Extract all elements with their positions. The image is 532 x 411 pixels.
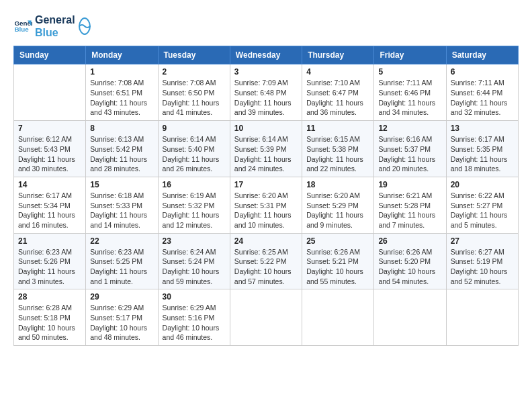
day-info: Sunrise: 6:29 AMSunset: 5:17 PMDaylight:… <box>90 303 153 342</box>
calendar-cell: 29Sunrise: 6:29 AMSunset: 5:17 PMDayligh… <box>86 289 158 346</box>
calendar-cell: 7Sunrise: 6:12 AMSunset: 5:43 PMDaylight… <box>14 121 86 177</box>
calendar-week-row: 7Sunrise: 6:12 AMSunset: 5:43 PMDaylight… <box>14 121 519 177</box>
calendar-cell: 3Sunrise: 7:09 AMSunset: 6:48 PMDaylight… <box>230 64 302 121</box>
day-number: 23 <box>163 236 226 246</box>
day-number: 16 <box>163 180 226 189</box>
calendar-cell: 25Sunrise: 6:26 AMSunset: 5:21 PMDayligh… <box>302 233 374 289</box>
calendar-cell: 15Sunrise: 6:18 AMSunset: 5:33 PMDayligh… <box>86 177 158 233</box>
day-number: 22 <box>90 236 153 246</box>
day-info: Sunrise: 6:14 AMSunset: 5:40 PMDaylight:… <box>163 134 226 174</box>
day-number: 4 <box>306 67 369 77</box>
logo-icon: General Blue <box>13 17 32 36</box>
calendar-cell <box>374 289 446 346</box>
day-info: Sunrise: 6:14 AMSunset: 5:39 PMDaylight:… <box>234 134 298 174</box>
day-info: Sunrise: 7:08 AMSunset: 6:50 PMDaylight:… <box>163 78 226 118</box>
page-header: General Blue General Blue <box>13 13 519 39</box>
calendar-week-row: 28Sunrise: 6:28 AMSunset: 5:18 PMDayligh… <box>14 289 519 346</box>
calendar-cell: 1Sunrise: 7:08 AMSunset: 6:51 PMDaylight… <box>86 64 158 121</box>
day-number: 17 <box>234 180 298 189</box>
day-info: Sunrise: 6:23 AMSunset: 5:26 PMDaylight:… <box>18 247 81 287</box>
day-number: 6 <box>451 67 514 77</box>
calendar-cell: 21Sunrise: 6:23 AMSunset: 5:26 PMDayligh… <box>14 233 86 289</box>
day-info: Sunrise: 7:08 AMSunset: 6:51 PMDaylight:… <box>90 78 153 118</box>
calendar-cell: 28Sunrise: 6:28 AMSunset: 5:18 PMDayligh… <box>14 289 86 346</box>
calendar-cell: 10Sunrise: 6:14 AMSunset: 5:39 PMDayligh… <box>230 121 302 177</box>
day-number: 28 <box>18 292 81 302</box>
day-info: Sunrise: 7:11 AMSunset: 6:46 PMDaylight:… <box>378 78 441 118</box>
logo-blue: Blue <box>35 26 75 39</box>
day-number: 10 <box>234 124 298 133</box>
day-info: Sunrise: 6:27 AMSunset: 5:19 PMDaylight:… <box>451 247 514 287</box>
day-number: 8 <box>90 124 153 133</box>
day-info: Sunrise: 6:25 AMSunset: 5:22 PMDaylight:… <box>234 247 298 287</box>
calendar-cell: 23Sunrise: 6:24 AMSunset: 5:24 PMDayligh… <box>158 233 230 289</box>
day-number: 20 <box>451 180 514 189</box>
calendar-cell: 18Sunrise: 6:20 AMSunset: 5:29 PMDayligh… <box>302 177 374 233</box>
calendar-cell: 5Sunrise: 7:11 AMSunset: 6:46 PMDaylight… <box>374 64 446 121</box>
calendar-cell: 19Sunrise: 6:21 AMSunset: 5:28 PMDayligh… <box>374 177 446 233</box>
day-info: Sunrise: 6:24 AMSunset: 5:24 PMDaylight:… <box>163 247 226 287</box>
day-info: Sunrise: 6:23 AMSunset: 5:25 PMDaylight:… <box>90 247 153 287</box>
day-number: 15 <box>90 180 153 189</box>
day-info: Sunrise: 6:20 AMSunset: 5:29 PMDaylight:… <box>306 191 369 230</box>
calendar-cell: 30Sunrise: 6:29 AMSunset: 5:16 PMDayligh… <box>158 289 230 346</box>
day-info: Sunrise: 6:22 AMSunset: 5:27 PMDaylight:… <box>451 191 514 230</box>
calendar-cell: 22Sunrise: 6:23 AMSunset: 5:25 PMDayligh… <box>86 233 158 289</box>
day-of-week-header: Monday <box>86 46 158 64</box>
day-of-week-header: Saturday <box>446 46 518 64</box>
day-number: 26 <box>378 236 441 246</box>
day-info: Sunrise: 6:26 AMSunset: 5:21 PMDaylight:… <box>306 247 369 287</box>
calendar-table: SundayMondayTuesdayWednesdayThursdayFrid… <box>13 46 519 346</box>
calendar-cell: 26Sunrise: 6:26 AMSunset: 5:20 PMDayligh… <box>374 233 446 289</box>
calendar-cell <box>14 64 86 121</box>
day-info: Sunrise: 6:16 AMSunset: 5:37 PMDaylight:… <box>378 134 441 174</box>
day-info: Sunrise: 7:10 AMSunset: 6:47 PMDaylight:… <box>306 78 369 118</box>
calendar-cell <box>302 289 374 346</box>
calendar-cell: 20Sunrise: 6:22 AMSunset: 5:27 PMDayligh… <box>446 177 518 233</box>
calendar-week-row: 1Sunrise: 7:08 AMSunset: 6:51 PMDaylight… <box>14 64 519 121</box>
day-number: 11 <box>306 124 369 133</box>
calendar-cell: 8Sunrise: 6:13 AMSunset: 5:42 PMDaylight… <box>86 121 158 177</box>
day-number: 2 <box>163 67 226 77</box>
day-number: 21 <box>18 236 81 246</box>
day-info: Sunrise: 6:21 AMSunset: 5:28 PMDaylight:… <box>378 191 441 230</box>
day-info: Sunrise: 7:09 AMSunset: 6:48 PMDaylight:… <box>234 78 298 118</box>
day-info: Sunrise: 6:18 AMSunset: 5:33 PMDaylight:… <box>90 191 153 230</box>
day-info: Sunrise: 6:13 AMSunset: 5:42 PMDaylight:… <box>90 134 153 174</box>
day-number: 13 <box>451 124 514 133</box>
day-info: Sunrise: 6:28 AMSunset: 5:18 PMDaylight:… <box>18 303 81 342</box>
calendar-cell: 6Sunrise: 7:11 AMSunset: 6:44 PMDaylight… <box>446 64 518 121</box>
calendar-cell: 2Sunrise: 7:08 AMSunset: 6:50 PMDaylight… <box>158 64 230 121</box>
day-info: Sunrise: 6:20 AMSunset: 5:31 PMDaylight:… <box>234 191 298 230</box>
day-info: Sunrise: 6:17 AMSunset: 5:34 PMDaylight:… <box>18 191 81 230</box>
day-number: 27 <box>451 236 514 246</box>
day-info: Sunrise: 6:17 AMSunset: 5:35 PMDaylight:… <box>451 134 514 174</box>
calendar-cell: 24Sunrise: 6:25 AMSunset: 5:22 PMDayligh… <box>230 233 302 289</box>
day-number: 18 <box>306 180 369 189</box>
day-number: 1 <box>90 67 153 77</box>
logo: General Blue General Blue <box>13 13 91 39</box>
day-info: Sunrise: 6:15 AMSunset: 5:38 PMDaylight:… <box>306 134 369 174</box>
calendar-cell: 27Sunrise: 6:27 AMSunset: 5:19 PMDayligh… <box>446 233 518 289</box>
day-of-week-header: Wednesday <box>230 46 302 64</box>
day-info: Sunrise: 7:11 AMSunset: 6:44 PMDaylight:… <box>451 78 514 118</box>
day-info: Sunrise: 6:12 AMSunset: 5:43 PMDaylight:… <box>18 134 81 174</box>
day-of-week-header: Sunday <box>14 46 86 64</box>
day-number: 5 <box>378 67 441 77</box>
day-number: 25 <box>306 236 369 246</box>
day-info: Sunrise: 6:26 AMSunset: 5:20 PMDaylight:… <box>378 247 441 287</box>
day-number: 24 <box>234 236 298 246</box>
day-number: 3 <box>234 67 298 77</box>
day-number: 19 <box>378 180 441 189</box>
day-number: 12 <box>378 124 441 133</box>
day-number: 29 <box>90 292 153 302</box>
calendar-cell: 16Sunrise: 6:19 AMSunset: 5:32 PMDayligh… <box>158 177 230 233</box>
day-of-week-header: Friday <box>374 46 446 64</box>
day-number: 9 <box>163 124 226 133</box>
day-info: Sunrise: 6:29 AMSunset: 5:16 PMDaylight:… <box>163 303 226 342</box>
day-of-week-header: Thursday <box>302 46 374 64</box>
logo-general: General <box>35 13 75 26</box>
calendar-cell: 17Sunrise: 6:20 AMSunset: 5:31 PMDayligh… <box>230 177 302 233</box>
day-number: 30 <box>163 292 226 302</box>
calendar-cell: 4Sunrise: 7:10 AMSunset: 6:47 PMDaylight… <box>302 64 374 121</box>
